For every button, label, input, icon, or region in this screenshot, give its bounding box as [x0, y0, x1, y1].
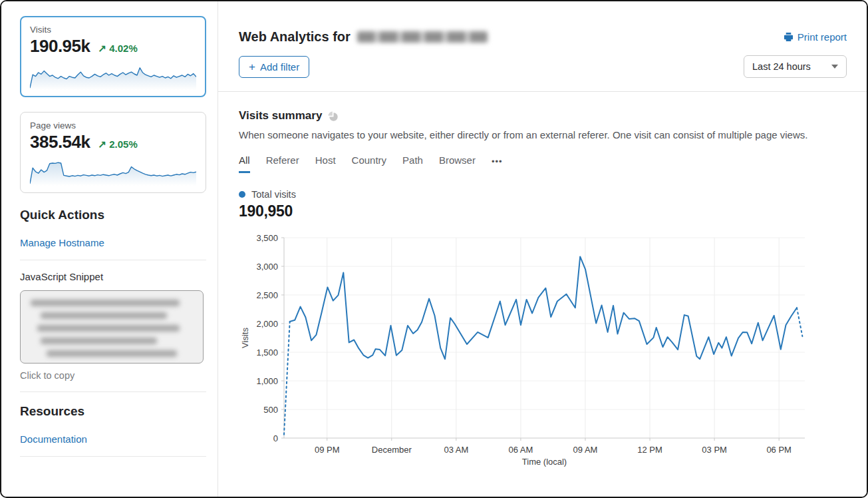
quick-actions-heading: Quick Actions — [20, 208, 206, 222]
legend-label: Total visits — [251, 189, 296, 200]
metric-value: 190.95k — [30, 36, 90, 57]
dimension-tabs: All Referer Host Country Path Browser ••… — [239, 154, 847, 173]
tab-country[interactable]: Country — [352, 154, 387, 173]
trend-up-arrow-icon: ↗ — [98, 43, 106, 54]
chevron-down-icon — [831, 65, 838, 69]
svg-text:06 AM: 06 AM — [508, 445, 533, 455]
tab-referer[interactable]: Referer — [266, 154, 299, 173]
svg-text:12 PM: 12 PM — [637, 445, 662, 455]
svg-text:09 PM: 09 PM — [315, 445, 340, 455]
svg-text:03 AM: 03 AM — [444, 445, 468, 455]
main-content: Web Analytics for Print report + Add fil… — [218, 1, 867, 497]
svg-text:3,000: 3,000 — [256, 262, 278, 272]
add-filter-label: Add filter — [260, 61, 299, 73]
svg-text:2,000: 2,000 — [256, 319, 278, 329]
svg-text:0: 0 — [273, 433, 278, 443]
add-filter-button[interactable]: + Add filter — [239, 56, 309, 78]
visits-sparkline-chart — [30, 59, 196, 90]
redacted-code-line — [37, 325, 180, 332]
tab-host[interactable]: Host — [315, 154, 336, 173]
svg-text:Visits: Visits — [240, 328, 250, 348]
tab-all[interactable]: All — [239, 154, 250, 173]
tab-browser[interactable]: Browser — [439, 154, 476, 173]
javascript-snippet-box[interactable] — [20, 290, 204, 364]
svg-text:06 PM: 06 PM — [766, 445, 792, 455]
documentation-link[interactable]: Documentation — [20, 433, 87, 445]
svg-text:1,500: 1,500 — [256, 348, 278, 358]
tab-path[interactable]: Path — [402, 154, 423, 173]
resources-heading: Resources — [20, 404, 206, 419]
divider — [20, 260, 206, 260]
printer-icon — [784, 32, 794, 42]
more-tabs-icon[interactable]: ••• — [492, 156, 503, 172]
svg-text:2,500: 2,500 — [256, 290, 278, 300]
web-analytics-dashboard: Visits 190.95k ↗ 4.02% Page views 385.54… — [0, 0, 868, 498]
visits-summary-title: Visits summary — [239, 109, 322, 123]
page-title: Web Analytics for — [239, 29, 351, 45]
metric-value: 385.54k — [30, 132, 90, 152]
divider — [20, 391, 206, 392]
metric-label: Visits — [30, 25, 196, 35]
total-visits-value: 190,950 — [239, 202, 847, 220]
series-dot-icon — [239, 191, 245, 198]
trend-up-indicator: ↗ 2.05% — [98, 138, 137, 150]
redacted-code-line — [41, 338, 158, 344]
print-report-link[interactable]: Print report — [784, 31, 847, 43]
divider — [20, 456, 206, 457]
trend-up-indicator: ↗ 4.02% — [98, 43, 137, 55]
time-range-value: Last 24 hours — [752, 61, 811, 72]
plus-icon: + — [249, 61, 255, 73]
time-range-dropdown[interactable]: Last 24 hours — [744, 55, 847, 78]
pie-chart-help-icon[interactable] — [327, 111, 338, 121]
metric-card-page-views[interactable]: Page views 385.54k ↗ 2.05% — [20, 112, 206, 193]
metric-label: Page views — [30, 121, 196, 130]
svg-text:1,000: 1,000 — [256, 376, 278, 386]
redacted-domain — [357, 31, 488, 43]
svg-text:03 PM: 03 PM — [702, 445, 727, 455]
metric-card-visits[interactable]: Visits 190.95k ↗ 4.02% — [20, 16, 206, 97]
visits-summary-description: When someone navigates to your website, … — [239, 129, 847, 140]
redacted-code-line — [41, 312, 167, 319]
sidebar: Visits 190.95k ↗ 4.02% Page views 385.54… — [1, 1, 218, 497]
svg-text:December: December — [372, 445, 412, 455]
svg-text:Time (local): Time (local) — [522, 457, 567, 467]
svg-text:09 AM: 09 AM — [573, 445, 598, 455]
trend-up-arrow-icon: ↗ — [98, 138, 106, 150]
redacted-code-line — [31, 300, 180, 306]
click-to-copy-hint: Click to copy — [20, 370, 206, 381]
redacted-code-line — [47, 350, 176, 357]
page-views-sparkline-chart — [30, 155, 196, 186]
svg-text:500: 500 — [263, 405, 278, 415]
metric-change-value: 4.02% — [109, 43, 138, 54]
visits-chart-svg: 05001,0001,5002,0002,5003,0003,50009 PMD… — [239, 234, 837, 468]
chart-legend: Total visits — [239, 189, 847, 200]
print-report-label: Print report — [797, 31, 847, 43]
metric-change-value: 2.05% — [109, 138, 138, 150]
manage-hostname-link[interactable]: Manage Hostname — [20, 237, 104, 248]
javascript-snippet-label: JavaScript Snippet — [20, 271, 206, 282]
svg-text:3,500: 3,500 — [256, 234, 278, 243]
